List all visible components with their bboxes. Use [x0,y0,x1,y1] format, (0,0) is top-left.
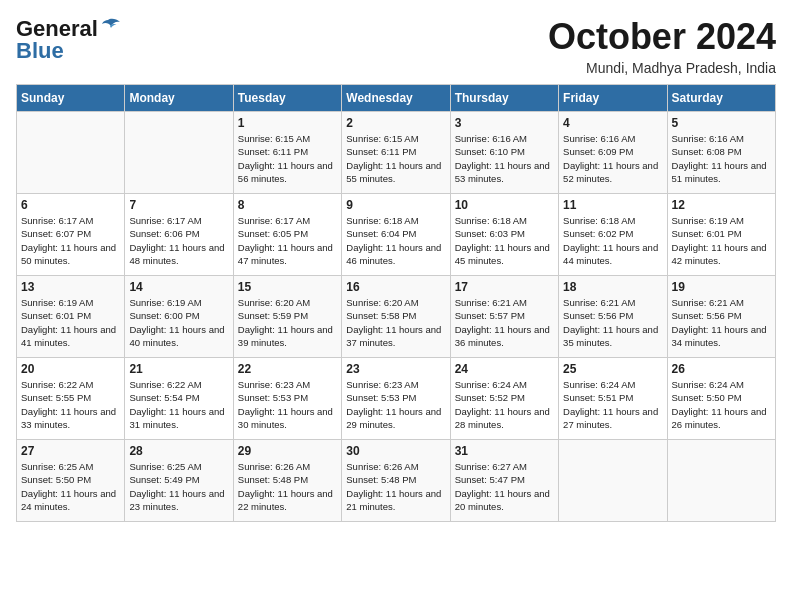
logo: General Blue [16,16,122,64]
day-number: 28 [129,444,228,458]
calendar-cell: 10Sunrise: 6:18 AM Sunset: 6:03 PM Dayli… [450,194,558,276]
calendar-week-row: 1Sunrise: 6:15 AM Sunset: 6:11 PM Daylig… [17,112,776,194]
day-number: 29 [238,444,337,458]
day-info: Sunrise: 6:23 AM Sunset: 5:53 PM Dayligh… [238,378,337,431]
day-info: Sunrise: 6:26 AM Sunset: 5:48 PM Dayligh… [346,460,445,513]
calendar-cell: 11Sunrise: 6:18 AM Sunset: 6:02 PM Dayli… [559,194,667,276]
weekday-header-cell: Sunday [17,85,125,112]
calendar-table: SundayMondayTuesdayWednesdayThursdayFrid… [16,84,776,522]
calendar-cell: 1Sunrise: 6:15 AM Sunset: 6:11 PM Daylig… [233,112,341,194]
weekday-header-cell: Friday [559,85,667,112]
calendar-cell: 20Sunrise: 6:22 AM Sunset: 5:55 PM Dayli… [17,358,125,440]
day-number: 12 [672,198,771,212]
day-info: Sunrise: 6:15 AM Sunset: 6:11 PM Dayligh… [346,132,445,185]
calendar-cell: 22Sunrise: 6:23 AM Sunset: 5:53 PM Dayli… [233,358,341,440]
calendar-cell: 29Sunrise: 6:26 AM Sunset: 5:48 PM Dayli… [233,440,341,522]
day-number: 14 [129,280,228,294]
day-info: Sunrise: 6:19 AM Sunset: 6:00 PM Dayligh… [129,296,228,349]
calendar-cell [667,440,775,522]
weekday-header-row: SundayMondayTuesdayWednesdayThursdayFrid… [17,85,776,112]
day-number: 20 [21,362,120,376]
calendar-week-row: 20Sunrise: 6:22 AM Sunset: 5:55 PM Dayli… [17,358,776,440]
calendar-cell: 30Sunrise: 6:26 AM Sunset: 5:48 PM Dayli… [342,440,450,522]
day-info: Sunrise: 6:25 AM Sunset: 5:49 PM Dayligh… [129,460,228,513]
weekday-header-cell: Monday [125,85,233,112]
day-number: 31 [455,444,554,458]
day-number: 21 [129,362,228,376]
title-block: October 2024 Mundi, Madhya Pradesh, Indi… [548,16,776,76]
calendar-cell: 4Sunrise: 6:16 AM Sunset: 6:09 PM Daylig… [559,112,667,194]
day-info: Sunrise: 6:24 AM Sunset: 5:52 PM Dayligh… [455,378,554,431]
month-title: October 2024 [548,16,776,58]
day-info: Sunrise: 6:22 AM Sunset: 5:55 PM Dayligh… [21,378,120,431]
day-info: Sunrise: 6:16 AM Sunset: 6:08 PM Dayligh… [672,132,771,185]
day-number: 7 [129,198,228,212]
calendar-cell: 14Sunrise: 6:19 AM Sunset: 6:00 PM Dayli… [125,276,233,358]
calendar-cell: 6Sunrise: 6:17 AM Sunset: 6:07 PM Daylig… [17,194,125,276]
calendar-cell: 16Sunrise: 6:20 AM Sunset: 5:58 PM Dayli… [342,276,450,358]
calendar-cell: 21Sunrise: 6:22 AM Sunset: 5:54 PM Dayli… [125,358,233,440]
day-info: Sunrise: 6:18 AM Sunset: 6:03 PM Dayligh… [455,214,554,267]
calendar-cell: 17Sunrise: 6:21 AM Sunset: 5:57 PM Dayli… [450,276,558,358]
day-number: 2 [346,116,445,130]
calendar-cell [17,112,125,194]
day-number: 27 [21,444,120,458]
calendar-cell: 15Sunrise: 6:20 AM Sunset: 5:59 PM Dayli… [233,276,341,358]
day-info: Sunrise: 6:20 AM Sunset: 5:58 PM Dayligh… [346,296,445,349]
day-number: 4 [563,116,662,130]
day-number: 10 [455,198,554,212]
day-info: Sunrise: 6:21 AM Sunset: 5:56 PM Dayligh… [672,296,771,349]
day-info: Sunrise: 6:15 AM Sunset: 6:11 PM Dayligh… [238,132,337,185]
day-number: 30 [346,444,445,458]
day-info: Sunrise: 6:21 AM Sunset: 5:57 PM Dayligh… [455,296,554,349]
location: Mundi, Madhya Pradesh, India [548,60,776,76]
weekday-header-cell: Thursday [450,85,558,112]
day-number: 1 [238,116,337,130]
page-header: General Blue October 2024 Mundi, Madhya … [16,16,776,76]
day-number: 24 [455,362,554,376]
day-info: Sunrise: 6:22 AM Sunset: 5:54 PM Dayligh… [129,378,228,431]
day-number: 13 [21,280,120,294]
calendar-cell: 3Sunrise: 6:16 AM Sunset: 6:10 PM Daylig… [450,112,558,194]
day-info: Sunrise: 6:19 AM Sunset: 6:01 PM Dayligh… [21,296,120,349]
day-number: 6 [21,198,120,212]
weekday-header-cell: Wednesday [342,85,450,112]
calendar-cell: 19Sunrise: 6:21 AM Sunset: 5:56 PM Dayli… [667,276,775,358]
calendar-cell: 7Sunrise: 6:17 AM Sunset: 6:06 PM Daylig… [125,194,233,276]
day-info: Sunrise: 6:24 AM Sunset: 5:51 PM Dayligh… [563,378,662,431]
calendar-cell: 27Sunrise: 6:25 AM Sunset: 5:50 PM Dayli… [17,440,125,522]
day-info: Sunrise: 6:24 AM Sunset: 5:50 PM Dayligh… [672,378,771,431]
calendar-cell: 13Sunrise: 6:19 AM Sunset: 6:01 PM Dayli… [17,276,125,358]
day-number: 19 [672,280,771,294]
day-number: 8 [238,198,337,212]
calendar-cell [559,440,667,522]
calendar-cell: 12Sunrise: 6:19 AM Sunset: 6:01 PM Dayli… [667,194,775,276]
day-info: Sunrise: 6:18 AM Sunset: 6:04 PM Dayligh… [346,214,445,267]
calendar-cell: 31Sunrise: 6:27 AM Sunset: 5:47 PM Dayli… [450,440,558,522]
day-info: Sunrise: 6:21 AM Sunset: 5:56 PM Dayligh… [563,296,662,349]
weekday-header-cell: Saturday [667,85,775,112]
calendar-cell: 28Sunrise: 6:25 AM Sunset: 5:49 PM Dayli… [125,440,233,522]
day-number: 9 [346,198,445,212]
calendar-cell: 2Sunrise: 6:15 AM Sunset: 6:11 PM Daylig… [342,112,450,194]
calendar-week-row: 13Sunrise: 6:19 AM Sunset: 6:01 PM Dayli… [17,276,776,358]
calendar-cell: 24Sunrise: 6:24 AM Sunset: 5:52 PM Dayli… [450,358,558,440]
calendar-cell: 9Sunrise: 6:18 AM Sunset: 6:04 PM Daylig… [342,194,450,276]
calendar-week-row: 6Sunrise: 6:17 AM Sunset: 6:07 PM Daylig… [17,194,776,276]
day-info: Sunrise: 6:25 AM Sunset: 5:50 PM Dayligh… [21,460,120,513]
day-info: Sunrise: 6:18 AM Sunset: 6:02 PM Dayligh… [563,214,662,267]
calendar-cell: 18Sunrise: 6:21 AM Sunset: 5:56 PM Dayli… [559,276,667,358]
day-info: Sunrise: 6:27 AM Sunset: 5:47 PM Dayligh… [455,460,554,513]
day-info: Sunrise: 6:20 AM Sunset: 5:59 PM Dayligh… [238,296,337,349]
day-number: 3 [455,116,554,130]
day-info: Sunrise: 6:19 AM Sunset: 6:01 PM Dayligh… [672,214,771,267]
calendar-cell: 8Sunrise: 6:17 AM Sunset: 6:05 PM Daylig… [233,194,341,276]
calendar-body: 1Sunrise: 6:15 AM Sunset: 6:11 PM Daylig… [17,112,776,522]
day-number: 25 [563,362,662,376]
calendar-week-row: 27Sunrise: 6:25 AM Sunset: 5:50 PM Dayli… [17,440,776,522]
day-number: 17 [455,280,554,294]
logo-bird-icon [100,18,122,36]
calendar-cell: 26Sunrise: 6:24 AM Sunset: 5:50 PM Dayli… [667,358,775,440]
day-info: Sunrise: 6:16 AM Sunset: 6:10 PM Dayligh… [455,132,554,185]
day-number: 15 [238,280,337,294]
